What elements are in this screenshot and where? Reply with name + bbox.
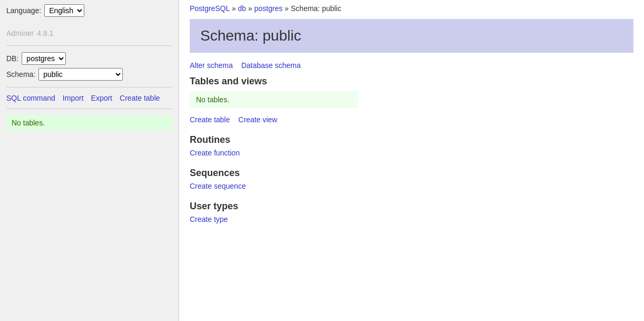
sidebar-divider-1 (6, 45, 172, 46)
export-link[interactable]: Export (91, 94, 112, 102)
sequences-section: Sequences Create sequence (190, 168, 633, 190)
sequences-create-links: Create sequence (190, 182, 633, 190)
routines-section: Routines Create function (190, 134, 633, 157)
sql-command-link[interactable]: SQL command (6, 94, 55, 102)
user-types-heading: User types (190, 201, 633, 212)
no-tables-box: No tables. (190, 91, 358, 108)
tables-create-links: Create table Create view (190, 115, 633, 124)
app-title: Adminer 4.8.1 (6, 25, 172, 39)
page-title: Schema: public (200, 27, 623, 44)
routines-create-links: Create function (190, 149, 633, 157)
language-label: Language: (6, 6, 41, 15)
schema-select[interactable]: public (38, 68, 123, 81)
nav-links: SQL command Import Export Create table (6, 94, 172, 102)
breadcrumb-postgresql[interactable]: PostgreSQL (190, 4, 230, 13)
create-table-sidebar-link[interactable]: Create table (120, 94, 160, 102)
create-table-main-link[interactable]: Create table (190, 115, 230, 124)
breadcrumb: PostgreSQL » db » postgres » Schema: pub… (190, 0, 633, 19)
tables-views-heading: Tables and views (190, 76, 633, 87)
sidebar-divider-2 (6, 87, 172, 87)
language-row: Language: English (6, 4, 172, 17)
schema-row: Schema: public (6, 68, 172, 81)
main-content: PostgreSQL » db » postgres » Schema: pub… (179, 0, 644, 321)
sequences-heading: Sequences (190, 168, 633, 179)
schema-label: Schema: (6, 70, 35, 79)
breadcrumb-sep-3: » (285, 4, 291, 13)
sidebar-divider-3 (6, 109, 172, 109)
language-select[interactable]: English (44, 4, 84, 17)
sidebar-no-tables: No tables. (6, 115, 172, 130)
create-function-link[interactable]: Create function (190, 149, 240, 157)
import-link[interactable]: Import (63, 94, 84, 102)
db-select[interactable]: postgres (22, 52, 66, 65)
db-row: DB: postgres (6, 52, 172, 65)
page-header: Schema: public (190, 19, 633, 53)
db-label: DB: (6, 54, 18, 63)
create-sequence-link[interactable]: Create sequence (190, 182, 246, 190)
breadcrumb-current: Schema: public (291, 4, 341, 13)
user-types-section: User types Create type (190, 201, 633, 223)
create-view-link[interactable]: Create view (238, 115, 277, 124)
top-action-links: Alter schema Database schema (190, 61, 633, 70)
routines-heading: Routines (190, 134, 633, 145)
database-schema-link[interactable]: Database schema (241, 61, 301, 70)
create-type-link[interactable]: Create type (190, 215, 228, 223)
user-types-create-links: Create type (190, 215, 633, 223)
breadcrumb-db[interactable]: db (238, 4, 246, 13)
breadcrumb-postgres[interactable]: postgres (254, 4, 282, 13)
breadcrumb-sep-1: » (232, 4, 238, 13)
alter-schema-link[interactable]: Alter schema (190, 61, 233, 70)
tables-views-section: Tables and views No tables. Create table… (190, 76, 633, 124)
breadcrumb-sep-2: » (248, 4, 255, 13)
sidebar: Language: English Adminer 4.8.1 DB: post… (0, 0, 179, 321)
